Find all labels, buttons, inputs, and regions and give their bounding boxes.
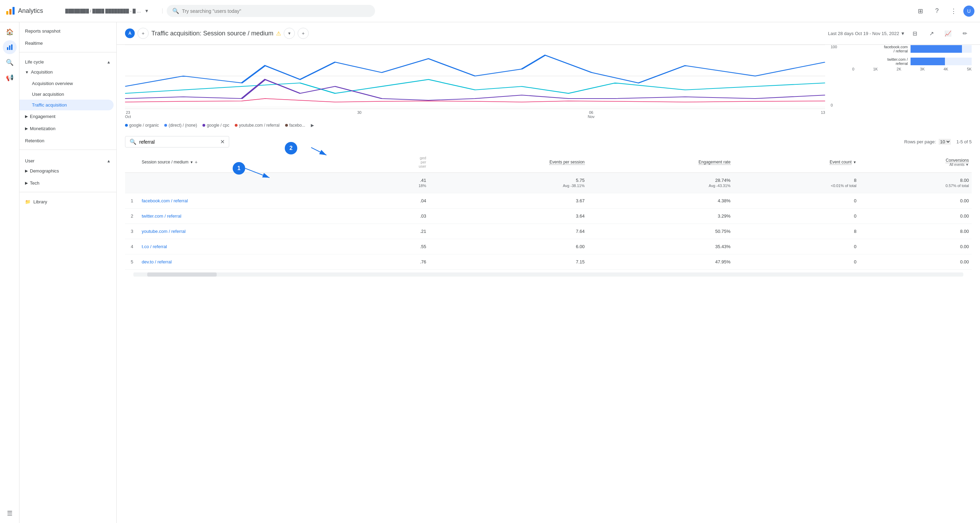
page-header: A + Traffic acquisition: Session source …	[117, 22, 980, 45]
table-scrollbar[interactable]	[134, 273, 963, 277]
row3-col4: 7.64	[429, 224, 587, 239]
sidebar-item-realtime[interactable]: Realtime	[19, 37, 113, 49]
row1-source[interactable]: facebook.com / referral	[139, 193, 377, 209]
annotation-2-container: 2	[285, 141, 326, 155]
engagement-expandable[interactable]: ▶ Engagement	[19, 110, 113, 122]
event-count-filter-icon[interactable]: ▼	[853, 160, 856, 164]
monetization-label: Monetization	[30, 126, 56, 131]
col-event-count-header[interactable]: Event count ▼	[733, 152, 859, 173]
sidebar-item-user-acquisition[interactable]: User acquisition	[19, 89, 113, 100]
table-row: 5 dev.to / referral .76 7.15 47.95% 0 0.…	[125, 254, 972, 269]
topbar-actions: ⊞ ? ⋮ U	[913, 4, 974, 18]
bar-axis-3k: 3K	[920, 67, 924, 71]
clear-search-icon[interactable]: ✕	[220, 138, 225, 145]
sidebar-item-reports-snapshot[interactable]: Reports snapshot	[19, 25, 113, 37]
arrow-1-svg	[245, 162, 273, 179]
advertising-icon-button[interactable]: 📢	[3, 71, 17, 85]
row1-num: 1	[125, 193, 139, 209]
annotation-1-container: 1	[233, 162, 245, 174]
sidebar-item-acquisition-overview[interactable]: Acquisition overview	[19, 78, 113, 89]
table-controls: 🔍 ✕ Rows per page: 10 25 50 1-5 o	[125, 136, 972, 147]
reports-icon-button[interactable]	[3, 40, 17, 54]
demographics-expandable[interactable]: ▶ Demographics	[19, 165, 113, 177]
add-comparison-button[interactable]: +	[137, 28, 149, 39]
account-text: ████████ / ████ ████████ - █ - ██	[65, 9, 142, 14]
table-section: 🔍 ✕ Rows per page: 10 25 50 1-5 o	[117, 136, 980, 277]
share-button[interactable]: ↗	[924, 26, 938, 40]
configure-icon-button[interactable]: ☰	[3, 506, 17, 520]
row4-source[interactable]: t.co / referral	[139, 239, 377, 254]
rows-per-page-label: Rows per page:	[904, 139, 936, 144]
table-row: 1 facebook.com / referral .04 3.67 4.38%…	[125, 193, 972, 209]
legend-google-cpc: google / cpc	[202, 123, 229, 128]
col-events-per-session-header[interactable]: Events per session	[429, 152, 587, 173]
row4-col6: 0	[733, 239, 859, 254]
monetization-expandable[interactable]: ▶ Monetization	[19, 122, 113, 135]
library-item[interactable]: 📁 Library	[19, 195, 116, 209]
dropdown-icon-button[interactable]: ▼	[284, 28, 295, 39]
account-selector[interactable]: ████████ / ████ ████████ - █ - ██ ▼	[65, 8, 162, 14]
bar-fill-facebook	[910, 45, 962, 53]
add-metric-button[interactable]: +	[298, 28, 309, 39]
lifecycle-section[interactable]: Life cycle ▲	[19, 55, 116, 66]
search-bar[interactable]: 🔍	[167, 5, 375, 17]
sidebar-item-traffic-acquisition[interactable]: Traffic acquisition	[19, 100, 113, 110]
conversions-filter-icon[interactable]: ▼	[966, 163, 969, 166]
user-avatar[interactable]: U	[963, 6, 974, 17]
sort-icon[interactable]: ▼	[190, 160, 193, 164]
chart-legend: google / organic (direct) / (none) googl…	[125, 120, 972, 130]
x-label-30: 30	[357, 110, 361, 119]
chart-y-axis: 100 0	[830, 45, 841, 107]
tech-expandable[interactable]: ▶ Tech	[19, 177, 113, 189]
grid-icon-button[interactable]: ⊞	[913, 4, 927, 18]
row5-source[interactable]: dev.to / referral	[139, 254, 377, 269]
acquisition-expandable[interactable]: ▼ Acquisition	[19, 66, 113, 78]
svg-rect-5	[11, 44, 13, 50]
tech-chevron-icon: ▶	[25, 181, 28, 185]
bar-label-twitter: twitter.com /referral	[852, 57, 908, 66]
user-section: User ▲	[19, 153, 116, 165]
col-num-header	[125, 152, 139, 173]
line-chart-area: 23 Oct 30 06 Nov 13	[125, 45, 825, 120]
arrow-2-svg	[299, 141, 326, 155]
row1-col6: 0	[733, 193, 859, 209]
legend-more-button[interactable]: ▶	[311, 123, 314, 128]
row2-col4: 3.64	[429, 209, 587, 224]
table-row: 2 twitter.com / referral .03 3.64 3.29% …	[125, 209, 972, 224]
table-search-input[interactable]	[139, 139, 217, 145]
row3-col7: 8.00	[859, 224, 972, 239]
col-engagement-rate-header[interactable]: Engagement rate	[588, 152, 733, 173]
row3-source[interactable]: youtube.com / referral	[139, 224, 377, 239]
more-options-button[interactable]: ⋮	[947, 4, 961, 18]
bar-chart-icon	[6, 44, 13, 51]
bar-axis-4k: 4K	[943, 67, 948, 71]
table-view-button[interactable]: ⊟	[908, 26, 922, 40]
row5-col5: 47.95%	[588, 254, 733, 269]
edit-button[interactable]: ✏	[958, 26, 972, 40]
sidebar-item-retention[interactable]: Retention	[19, 135, 113, 147]
sidebar: Reports snapshot Realtime Life cycle ▲ ▼…	[19, 22, 117, 523]
row2-source[interactable]: twitter.com / referral	[139, 209, 377, 224]
rows-per-page-select[interactable]: 10 25 50	[939, 139, 951, 145]
col-conversions-header[interactable]: Conversions All events ▼	[859, 152, 972, 173]
acquisition-label: Acquisition	[31, 70, 53, 74]
avatar-initials: U	[967, 8, 970, 14]
total-col7-cell: 8.00 0.57% of total	[859, 173, 972, 193]
add-column-icon[interactable]: +	[195, 159, 197, 165]
explore-icon-button[interactable]: 🔍	[3, 55, 17, 70]
lifecycle-label: Life cycle	[25, 59, 44, 65]
total-col5-cell: 28.74% Avg -43.31%	[588, 173, 733, 193]
legend-youtube: youtube.com / referral	[235, 123, 280, 128]
home-icon-button[interactable]: 🏠	[3, 25, 17, 39]
chart-toggle-button[interactable]: 📈	[941, 26, 955, 40]
sidebar-divider-3	[19, 192, 116, 192]
search-input[interactable]	[182, 8, 369, 14]
help-icon-button[interactable]: ?	[930, 4, 944, 18]
logo-area: Analytics	[6, 6, 61, 16]
scrollbar-thumb[interactable]	[147, 273, 217, 277]
row4-col7: 0.00	[859, 239, 972, 254]
date-range-selector[interactable]: Last 28 days Oct 19 - Nov 15, 2022 ▼	[828, 31, 905, 36]
x-label-06-nov: 06 Nov	[588, 110, 595, 119]
y-label-0: 0	[830, 103, 841, 107]
table-search-box[interactable]: 🔍 ✕	[125, 136, 229, 147]
